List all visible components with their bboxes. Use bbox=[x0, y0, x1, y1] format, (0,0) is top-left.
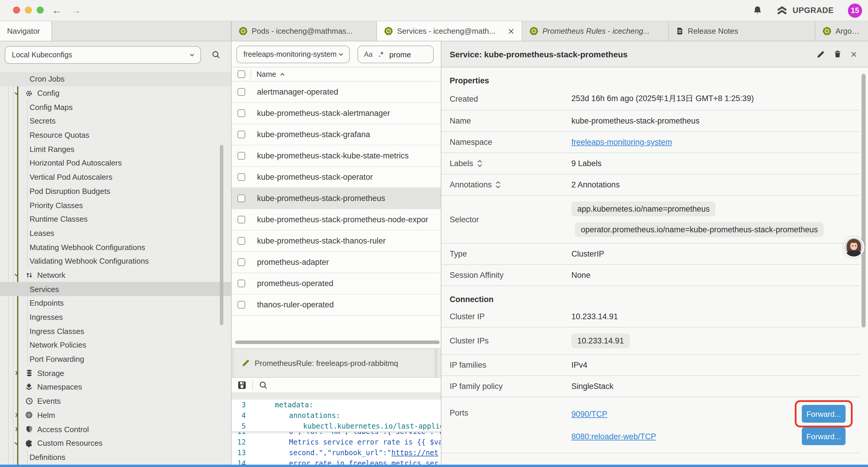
row-checkbox[interactable] bbox=[238, 109, 245, 117]
sidebar-item-secrets[interactable]: Secrets bbox=[0, 114, 231, 128]
row-checkbox[interactable] bbox=[238, 152, 245, 159]
update-count-badge[interactable]: 15 bbox=[848, 3, 862, 18]
back-button[interactable]: ← bbox=[52, 5, 61, 16]
horizontal-scrollbar[interactable] bbox=[235, 341, 440, 344]
table-row[interactable]: kube-prometheus-stack-kube-state-metrics bbox=[231, 145, 441, 167]
edit-icon[interactable] bbox=[816, 50, 825, 58]
tab-services[interactable]: Services - icecheng@math... bbox=[377, 21, 522, 41]
sidebar-item-network-policies[interactable]: Network Policies bbox=[0, 338, 231, 352]
sidebar-item-priority-classes[interactable]: Priority Classes bbox=[0, 198, 231, 212]
tab-argo[interactable]: Argo Se bbox=[815, 21, 868, 41]
sidebar-item-leases[interactable]: Leases bbox=[0, 226, 231, 240]
sidebar-item-config[interactable]: Config bbox=[0, 86, 231, 100]
row-checkbox[interactable] bbox=[238, 88, 245, 96]
chevron-down-icon[interactable] bbox=[13, 272, 21, 279]
sidebar-item-validating-webhook-configurations[interactable]: Validating Webhook Configurations bbox=[0, 254, 231, 268]
sidebar-item-services[interactable]: Services bbox=[0, 282, 231, 296]
sidebar-item-ingresses[interactable]: Ingresses bbox=[0, 310, 231, 324]
forward-button[interactable]: Forward... bbox=[802, 405, 845, 423]
sidebar-item-helm[interactable]: Helm bbox=[0, 408, 231, 422]
row-checkbox[interactable] bbox=[238, 258, 245, 266]
regex-toggle[interactable]: .* bbox=[378, 50, 383, 59]
sidebar-item-network[interactable]: Network bbox=[0, 268, 231, 282]
forward-button[interactable]: → bbox=[71, 5, 81, 16]
namespace-select[interactable]: freeleaps-monitoring-system bbox=[236, 46, 350, 63]
sidebar-item-endpoints[interactable]: Endpoints bbox=[0, 296, 231, 310]
sidebar-item-pod-disruption-budgets[interactable]: Pod Disruption Budgets bbox=[0, 184, 231, 198]
minimize-window-button[interactable] bbox=[25, 6, 32, 13]
code-link[interactable]: https://net bbox=[392, 449, 438, 457]
sidebar-item-access-control[interactable]: Access Control bbox=[0, 422, 231, 436]
tab-navigator[interactable]: Navigator bbox=[0, 21, 52, 41]
row-checkbox[interactable] bbox=[238, 173, 245, 181]
namespace-link[interactable]: freeleaps-monitoring-system bbox=[571, 138, 672, 147]
match-case-toggle[interactable]: Aa bbox=[364, 50, 373, 59]
row-checkbox[interactable] bbox=[238, 237, 245, 245]
sidebar-item-config-maps[interactable]: Config Maps bbox=[0, 100, 231, 114]
sidebar-item-horizontal-pod-autoscalers[interactable]: Horizontal Pod Autoscalers bbox=[0, 156, 231, 170]
sidebar-item-namespaces[interactable]: Namespaces bbox=[0, 380, 231, 394]
table-row[interactable]: kube-prometheus-stack-prometheus bbox=[231, 188, 441, 209]
table-row[interactable]: kube-prometheus-stack-alertmanager bbox=[231, 103, 441, 124]
tab-release-notes[interactable]: Release Notes bbox=[669, 21, 815, 41]
sidebar-item-events[interactable]: Events bbox=[0, 394, 231, 408]
select-all-checkbox[interactable] bbox=[238, 70, 245, 78]
chevron-right-icon[interactable] bbox=[13, 370, 21, 377]
save-icon[interactable] bbox=[238, 381, 246, 389]
table-row[interactable]: prometheus-adapter bbox=[231, 252, 441, 273]
sidebar-item-vertical-pod-autoscalers[interactable]: Vertical Pod Autoscalers bbox=[0, 170, 231, 184]
tab-prometheus-rules[interactable]: Prometheus Rules - icecheng... bbox=[522, 21, 669, 41]
table-row[interactable]: kube-prometheus-stack-prometheus-node-ex… bbox=[231, 209, 441, 231]
row-checkbox[interactable] bbox=[238, 130, 245, 138]
row-checkbox[interactable] bbox=[238, 195, 245, 202]
editor-tab-partial[interactable] bbox=[437, 349, 441, 377]
kubeconfig-source-select[interactable]: Local Kubeconfigs bbox=[5, 46, 201, 64]
chevron-right-icon[interactable] bbox=[13, 426, 21, 433]
sidebar-item-resource-quotas[interactable]: Resource Quotas bbox=[0, 128, 231, 142]
notifications-bell-icon[interactable] bbox=[753, 5, 763, 16]
editor-search-icon[interactable] bbox=[259, 381, 268, 389]
sidebar-item-ingress-classes[interactable]: Ingress Classes bbox=[0, 324, 231, 338]
sidebar-item-port-forwarding[interactable]: Port Forwarding bbox=[0, 352, 231, 366]
name-column-header[interactable]: Name bbox=[256, 70, 276, 78]
sort-updown-icon[interactable] bbox=[477, 159, 483, 167]
port-link[interactable]: 9090/TCP bbox=[571, 409, 608, 418]
chevron-down-icon[interactable] bbox=[13, 439, 21, 447]
row-checkbox[interactable] bbox=[238, 216, 245, 224]
row-checkbox[interactable] bbox=[238, 280, 245, 287]
table-row[interactable]: prometheus-operated bbox=[231, 273, 441, 294]
table-row[interactable]: kube-prometheus-stack-operator bbox=[231, 167, 441, 188]
sidebar-item-limit-ranges[interactable]: Limit Ranges bbox=[0, 142, 231, 156]
row-checkbox[interactable] bbox=[238, 301, 245, 309]
sidebar-item-storage[interactable]: Storage bbox=[0, 366, 231, 380]
tab-pods[interactable]: Pods - icecheng@mathmas... bbox=[231, 21, 377, 41]
delete-icon[interactable] bbox=[834, 50, 841, 59]
close-panel-icon[interactable] bbox=[850, 51, 857, 58]
table-row[interactable]: alertmanager-operated bbox=[231, 82, 441, 103]
forward-button[interactable]: Forward... bbox=[802, 428, 845, 445]
sidebar-item-custom-resources[interactable]: Custom Resources bbox=[0, 436, 231, 450]
port-link[interactable]: 8080:reloader-web/TCP bbox=[571, 432, 656, 441]
chevron-down-icon[interactable] bbox=[13, 90, 21, 97]
chevron-right-icon[interactable] bbox=[13, 412, 21, 419]
user-avatar[interactable] bbox=[843, 236, 864, 258]
table-row[interactable]: kube-prometheus-stack-grafana bbox=[231, 124, 441, 145]
sidebar-item-mutating-webhook-configurations[interactable]: Mutating Webhook Configurations bbox=[0, 240, 231, 254]
editor-tab-prometheusrule[interactable]: PrometheusRule: freeleaps-prod-rabbitmq bbox=[233, 349, 435, 377]
table-row[interactable]: kube-prometheus-stack-thanos-ruler bbox=[231, 231, 441, 252]
sidebar-item-cron-jobs[interactable]: Cron Jobs bbox=[0, 72, 231, 86]
table-row[interactable]: thanos-ruler-operated bbox=[231, 294, 441, 316]
search-icon[interactable] bbox=[212, 50, 220, 59]
maximize-window-button[interactable] bbox=[37, 6, 44, 13]
close-window-button[interactable] bbox=[13, 6, 20, 13]
table-search-input[interactable]: Aa .* prome bbox=[358, 46, 434, 63]
sidebar-item-runtime-classes[interactable]: Runtime Classes bbox=[0, 212, 231, 226]
sort-ascending-icon[interactable] bbox=[279, 71, 286, 78]
detail-scrollbar[interactable] bbox=[862, 74, 866, 327]
close-tab-icon[interactable] bbox=[507, 28, 515, 35]
sort-updown-icon[interactable] bbox=[495, 181, 501, 188]
sidebar-item-definitions[interactable]: Definitions bbox=[0, 450, 231, 464]
yaml-editor[interactable]: 3metadata:4annotations:5kubectl.kubernet… bbox=[231, 400, 441, 465]
upgrade-button[interactable]: UPGRADE bbox=[777, 6, 834, 15]
sidebar-scrollbar[interactable] bbox=[220, 145, 223, 325]
